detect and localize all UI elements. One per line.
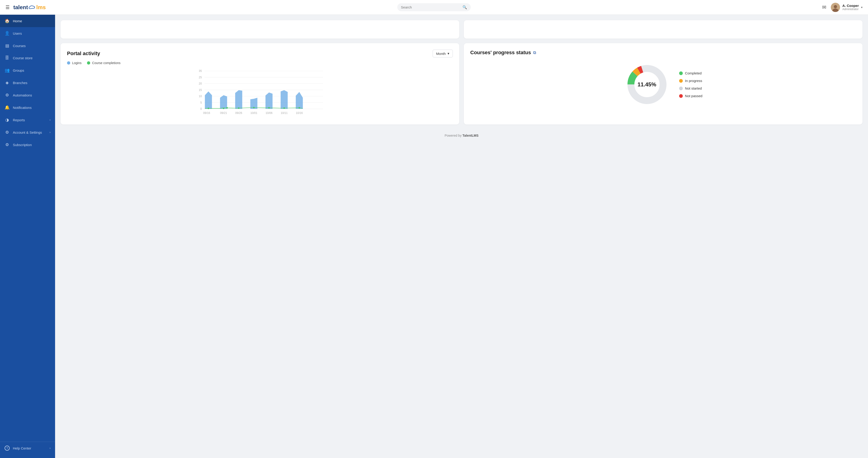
svg-text:15: 15	[199, 88, 202, 92]
main-layout: 🏠 Home 👤 Users ▤ Courses 🗄 Course store …	[0, 15, 868, 458]
portal-activity-header: Portal activity Month ▾	[67, 50, 453, 57]
portal-activity-card: Portal activity Month ▾ Logins Course co…	[61, 43, 459, 124]
courses-progress-title: Courses' progress status	[470, 50, 531, 56]
top-cards	[61, 20, 863, 38]
svg-marker-22	[281, 90, 288, 109]
sidebar-item-subscription[interactable]: ⚙ Subscription	[0, 139, 55, 151]
logo-cloud-icon	[28, 5, 36, 10]
completions-dot	[87, 61, 90, 64]
svg-text:35: 35	[199, 69, 202, 73]
search-icon: 🔍	[462, 5, 467, 9]
svg-text:09/21: 09/21	[220, 111, 227, 115]
not-passed-label: Not passed	[685, 94, 703, 98]
in-progress-label: In progress	[685, 79, 702, 83]
branches-icon: ◈	[5, 80, 10, 85]
not-passed-dot	[679, 94, 683, 98]
sidebar-item-account-settings[interactable]: ⚙ Account & Settings ›	[0, 126, 55, 139]
header: ☰ talent lms 🔍 ✉ A. Cooper Administrator	[0, 0, 868, 15]
svg-point-1	[834, 5, 837, 8]
sidebar-label-course-store: Course store	[13, 56, 33, 60]
subscription-icon: ⚙	[5, 142, 10, 147]
sidebar-item-users[interactable]: 👤 Users	[0, 27, 55, 39]
sidebar-label-home: Home	[13, 19, 22, 23]
svg-text:09/26: 09/26	[235, 111, 242, 115]
svg-text:20: 20	[199, 82, 202, 85]
svg-text:10/01: 10/01	[250, 111, 257, 115]
portal-activity-chart: 0 5 10 15 20 25 35	[67, 68, 453, 119]
sidebar-label-users: Users	[13, 31, 22, 35]
sidebar-label-courses: Courses	[13, 44, 26, 48]
search-input[interactable]	[401, 5, 461, 9]
svg-text:0: 0	[200, 107, 202, 111]
month-dropdown-label: Month	[436, 52, 446, 56]
course-store-icon: 🗄	[5, 56, 10, 60]
donut-chart-wrapper: 11.45%	[624, 62, 670, 108]
logo-lms: lms	[36, 4, 46, 10]
svg-text:10: 10	[199, 95, 202, 98]
legend-completions-label: Course completions	[92, 61, 121, 65]
sidebar: 🏠 Home 👤 Users ▤ Courses 🗄 Course store …	[0, 15, 55, 458]
not-started-dot	[679, 87, 683, 90]
svg-text:09/16: 09/16	[203, 111, 210, 115]
footer-brand: TalentLMS	[462, 134, 478, 137]
sidebar-item-notifications[interactable]: 🔔 Notifications	[0, 101, 55, 114]
svg-text:25: 25	[199, 76, 202, 79]
svg-text:5: 5	[200, 101, 202, 104]
user-details: A. Cooper Administrator	[842, 4, 859, 11]
logo-talent: talent	[13, 4, 28, 10]
sidebar-item-home[interactable]: 🏠 Home	[0, 15, 55, 27]
sidebar-item-groups[interactable]: 👥 Groups	[0, 64, 55, 77]
sidebar-item-automations[interactable]: ⚙ Automations	[0, 89, 55, 101]
user-menu[interactable]: A. Cooper Administrator ▾	[831, 3, 863, 12]
legend-not-started: Not started	[679, 86, 703, 90]
bottom-row: Portal activity Month ▾ Logins Course co…	[61, 43, 863, 124]
sidebar-label-groups: Groups	[13, 68, 24, 73]
sidebar-label-reports: Reports	[13, 118, 25, 122]
logins-dot	[67, 61, 70, 64]
svg-marker-21	[266, 92, 273, 109]
portal-activity-title: Portal activity	[67, 51, 100, 57]
logo: talent lms	[13, 4, 46, 10]
help-center-icon: ?	[5, 446, 10, 451]
svg-marker-17	[205, 91, 212, 109]
svg-marker-18	[220, 95, 227, 109]
sidebar-item-branches[interactable]: ◈ Branches	[0, 77, 55, 89]
home-icon: 🏠	[5, 18, 10, 23]
sidebar-label-automations: Automations	[13, 93, 32, 97]
user-role: Administrator	[842, 7, 859, 11]
main-content: Portal activity Month ▾ Logins Course co…	[55, 15, 868, 458]
sidebar-label-branches: Branches	[13, 81, 27, 85]
sidebar-label-subscription: Subscription	[13, 143, 32, 147]
sidebar-item-reports[interactable]: ◑ Reports ›	[0, 114, 55, 126]
sidebar-label-account-settings: Account & Settings	[13, 131, 42, 134]
legend-course-completions: Course completions	[87, 61, 121, 65]
sidebar-label-help-center: Help Center	[13, 446, 31, 450]
month-dropdown-chevron-icon: ▾	[447, 52, 450, 56]
sidebar-bottom: ? Help Center ›	[0, 442, 55, 454]
reports-icon: ◑	[5, 117, 10, 122]
sidebar-item-course-store[interactable]: 🗄 Course store	[0, 52, 55, 64]
help-center-arrow-icon: ›	[50, 447, 51, 450]
svg-marker-19	[235, 90, 242, 109]
mail-icon[interactable]: ✉	[822, 4, 826, 10]
external-link-icon[interactable]: ⧉	[533, 50, 536, 55]
avatar	[831, 3, 840, 12]
chevron-down-icon: ▾	[861, 6, 863, 9]
legend-logins: Logins	[67, 61, 82, 65]
sidebar-item-help-center[interactable]: ? Help Center ›	[0, 442, 55, 454]
automations-icon: ⚙	[5, 92, 10, 97]
month-dropdown[interactable]: Month ▾	[433, 50, 453, 57]
hamburger-button[interactable]: ☰	[5, 5, 10, 10]
top-card-left	[61, 20, 459, 38]
sidebar-item-courses[interactable]: ▤ Courses	[0, 39, 55, 52]
account-settings-arrow-icon: ›	[50, 131, 51, 134]
legend-logins-label: Logins	[72, 61, 82, 65]
not-started-label: Not started	[685, 86, 702, 90]
legend-completed: Completed	[679, 71, 703, 75]
donut-legend: Completed In progress Not started N	[679, 71, 703, 98]
user-name: A. Cooper	[842, 4, 859, 7]
donut-center-percentage: 11.45%	[638, 81, 656, 88]
courses-icon: ▤	[5, 43, 10, 48]
sidebar-label-notifications: Notifications	[13, 106, 32, 110]
legend-not-passed: Not passed	[679, 94, 703, 98]
